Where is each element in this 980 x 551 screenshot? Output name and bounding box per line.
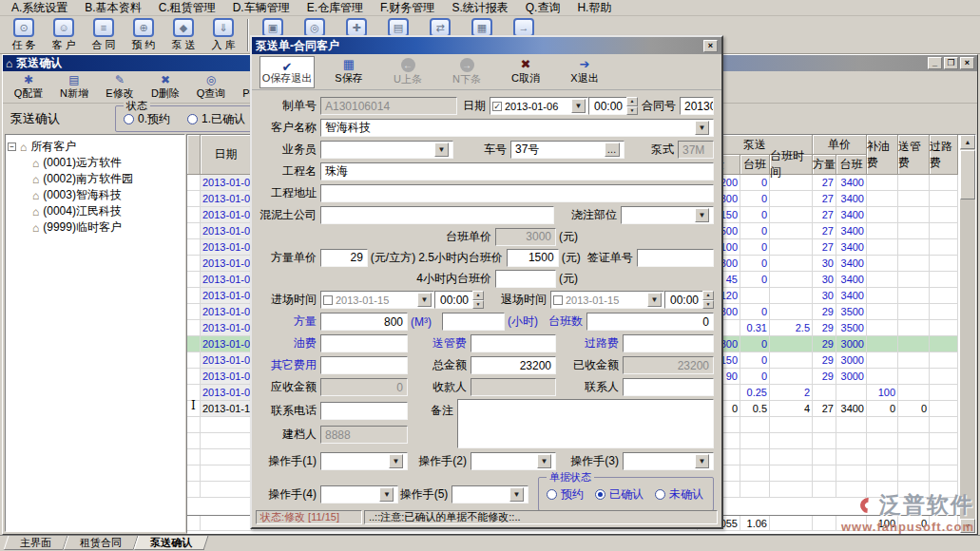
col-header-date[interactable]: 日期 <box>201 135 252 175</box>
lookup-ellipsis-button[interactable]: … <box>605 142 620 157</box>
scroll-up-icon[interactable]: ▲ <box>960 135 975 149</box>
dialog-toolbar-button[interactable]: ← U上条 <box>380 56 435 88</box>
volume-field[interactable]: 800 <box>320 313 408 331</box>
doc-state-radio[interactable]: 已确认 <box>595 486 644 503</box>
menu-item[interactable]: S.统计报表 <box>444 0 515 17</box>
shift-price-25h-field[interactable]: 1500 <box>507 249 559 267</box>
date-checkbox[interactable]: ✓ <box>492 102 502 111</box>
spinner-buttons[interactable]: ▲▼ <box>626 97 638 115</box>
time-spinner[interactable]: 00:00 ▲▼ <box>588 97 638 115</box>
concrete-company-field[interactable] <box>320 206 554 224</box>
enter-date-picker[interactable]: 2013-01-15 ▼ <box>320 291 434 309</box>
customer-combo[interactable]: 智海科技 ▼ <box>320 119 714 137</box>
salesman-combo[interactable]: ▼ <box>320 141 453 159</box>
panel-toolbar-button[interactable]: ✱ Q配置 <box>7 72 50 102</box>
tree-root-all-customers[interactable]: − ⌂ 所有客户 <box>8 139 183 155</box>
doc-state-radio[interactable]: 未确认 <box>655 486 703 503</box>
toolbar-button[interactable]: ⊕ 预 约 <box>124 18 163 53</box>
spin-down-icon[interactable]: ▼ <box>626 106 638 116</box>
col-header-price-shift[interactable]: 台班 <box>836 155 867 175</box>
dialog-toolbar-button[interactable]: ▦ S保存 <box>321 56 376 88</box>
group-header-price[interactable]: 单价 <box>813 135 867 155</box>
operator5-combo[interactable]: ▼ <box>452 485 528 504</box>
project-name-field[interactable]: 珠海 <box>320 162 714 180</box>
contract-no-field[interactable]: 201301050002 … <box>680 97 714 115</box>
chevron-down-icon[interactable]: ▼ <box>647 293 662 307</box>
scrollbar-thumb[interactable] <box>960 150 975 200</box>
menu-item[interactable]: C.租赁管理 <box>151 0 223 17</box>
spin-up-icon[interactable]: ▲ <box>626 97 638 106</box>
tree-item-customer[interactable]: ⌂ (0002)南方软件园 <box>8 171 183 187</box>
panel-toolbar-button[interactable]: ✎ E修改 <box>98 72 142 102</box>
toolbar-button[interactable]: ◆ 泵 送 <box>163 18 203 53</box>
minimize-button[interactable]: _ <box>928 57 942 69</box>
exit-time-value[interactable]: 00:00 <box>664 291 702 309</box>
tree-item-customer[interactable]: ⌂ (9999)临时客户 <box>8 219 183 236</box>
status-filter-radio[interactable]: 0.预约 <box>124 111 170 127</box>
date-picker[interactable]: ✓ 2013-01-06 ▼ <box>490 97 588 115</box>
record-selector-cell[interactable] <box>187 352 201 369</box>
enter-time-spinner[interactable]: 00:00 ▲▼ <box>434 291 484 309</box>
chevron-down-icon[interactable]: ▼ <box>571 99 586 113</box>
menu-item[interactable]: H.帮助 <box>569 0 619 17</box>
record-selector-cell[interactable] <box>187 304 201 320</box>
scroll-down-icon[interactable]: ▼ <box>960 519 975 533</box>
panel-toolbar-button[interactable]: ▤ N新增 <box>52 72 96 102</box>
record-selector-cell[interactable] <box>187 239 201 256</box>
chevron-down-icon[interactable]: ▼ <box>417 293 432 307</box>
spin-up-icon[interactable]: ▲ <box>472 291 484 300</box>
chevron-down-icon[interactable]: ▼ <box>695 454 709 468</box>
record-selector-cell[interactable] <box>187 369 201 385</box>
fuel-fee-field[interactable] <box>320 334 408 352</box>
record-selector-cell[interactable] <box>187 256 201 272</box>
vertical-scrollbar[interactable]: ▲ ▼ <box>960 135 975 533</box>
dialog-toolbar-button[interactable]: ➔ X退出 <box>557 56 612 88</box>
tree-item-customer[interactable]: ⌂ (0003)智海科技 <box>8 187 183 203</box>
spin-up-icon[interactable]: ▲ <box>702 291 714 300</box>
panel-toolbar-button[interactable]: ◎ Q查询 <box>189 72 233 102</box>
tree-item-customer[interactable]: ⌂ (0001)远方软件 <box>8 155 183 171</box>
project-address-field[interactable] <box>320 184 714 202</box>
phone-field[interactable] <box>320 402 408 420</box>
truck-no-field[interactable]: 37号 … <box>510 141 625 159</box>
spin-down-icon[interactable]: ▼ <box>472 300 484 310</box>
close-button[interactable]: × <box>960 57 974 69</box>
volume-price-field[interactable]: 29 <box>320 249 368 267</box>
time-value[interactable]: 00:00 <box>588 97 626 115</box>
record-selector-cell[interactable] <box>187 223 201 239</box>
record-selector-cell[interactable] <box>187 336 201 352</box>
toolbar-button[interactable]: ⊙ 任 务 <box>4 18 44 53</box>
tree-item-customer[interactable]: ⌂ (0004)江民科技 <box>8 203 183 219</box>
exit-time-spinner[interactable]: 00:00 ▲▼ <box>664 291 714 309</box>
menu-item[interactable]: A.系统设置 <box>4 0 75 17</box>
menu-item[interactable]: Q.查询 <box>518 0 568 17</box>
operator3-combo[interactable]: ▼ <box>623 452 714 470</box>
dialog-toolbar-button[interactable]: ✔ O保存退出 <box>259 56 315 88</box>
chevron-down-icon[interactable]: ▼ <box>379 487 394 502</box>
total-amount-field[interactable]: 23200 <box>471 356 556 374</box>
exit-date-picker[interactable]: 2013-01-15 ▼ <box>550 291 664 309</box>
chevron-down-icon[interactable]: ▼ <box>434 142 449 157</box>
col-header-pipe-fee[interactable]: 送管费 <box>898 135 930 175</box>
bottom-tab[interactable]: 租赁合同 <box>64 536 139 550</box>
operator4-combo[interactable]: ▼ <box>320 485 398 504</box>
toll-fee-field[interactable] <box>623 334 714 352</box>
toolbar-button[interactable]: ⇓ 入 库 <box>203 18 243 53</box>
shift-count-field[interactable]: 0 <box>586 313 714 331</box>
menu-item[interactable]: B.基本资料 <box>77 0 148 17</box>
date-checkbox[interactable] <box>323 295 333 305</box>
col-header-fuel-fee[interactable]: 补油费 <box>867 135 898 175</box>
operator1-combo[interactable]: ▼ <box>320 452 408 470</box>
pour-position-combo[interactable]: ▼ <box>621 206 714 224</box>
date-checkbox[interactable] <box>553 295 563 305</box>
record-selector-cell[interactable] <box>187 320 201 336</box>
spinner-buttons[interactable]: ▲▼ <box>702 291 714 309</box>
chevron-down-icon[interactable]: ▼ <box>537 454 551 468</box>
panel-toolbar-button[interactable]: ✖ D删除 <box>144 72 187 102</box>
bottom-tab[interactable]: 泵送确认 <box>134 536 209 550</box>
menu-item[interactable]: E.仓库管理 <box>299 0 371 17</box>
spin-down-icon[interactable]: ▼ <box>702 300 714 310</box>
dialog-toolbar-button[interactable]: ✖ C取消 <box>498 56 553 88</box>
col-header-price-volume[interactable]: 方量 <box>813 155 836 175</box>
record-selector-cell[interactable] <box>187 191 201 207</box>
